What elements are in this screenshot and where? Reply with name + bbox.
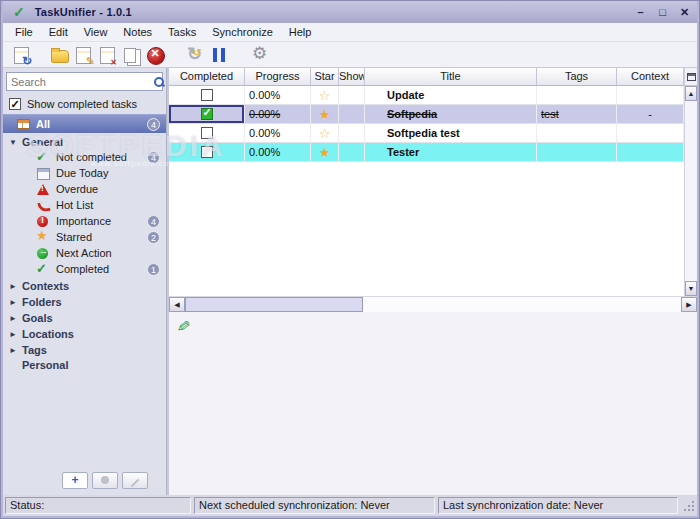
maximize-button[interactable]: □ <box>656 6 669 18</box>
sidebar-item-label: Overdue <box>56 183 160 195</box>
close-button[interactable]: ✕ <box>678 6 691 19</box>
menu-tasks[interactable]: Tasks <box>160 24 204 40</box>
chevron-right-icon: ► <box>9 346 18 355</box>
context-cell <box>617 143 684 161</box>
sidebar-item-next-action[interactable]: Next Action <box>3 245 166 261</box>
sidebar-item-importance[interactable]: Importance4 <box>3 213 166 229</box>
add-task-icon[interactable] <box>11 45 31 65</box>
sidebar-item-due-today[interactable]: Due Today <box>3 165 166 181</box>
column-header-context[interactable]: Context <box>617 68 684 85</box>
task-completed-checkbox[interactable] <box>201 146 213 158</box>
horizontal-scroll-track[interactable] <box>363 297 681 312</box>
edit-button[interactable] <box>122 472 148 489</box>
menu-file[interactable]: File <box>7 24 41 40</box>
star-icon[interactable]: ★ <box>319 146 331 159</box>
column-header-show[interactable]: Show... <box>339 68 365 85</box>
task-row[interactable]: 0.00%☆Softpedia test <box>169 124 684 143</box>
sidebar-item-hot-list[interactable]: Hot List <box>3 197 166 213</box>
sidebar-item-label: Hot List <box>56 199 160 211</box>
synchronize-icon[interactable] <box>185 45 205 65</box>
section-goals[interactable]: ►Goals <box>3 309 166 325</box>
all-count-badge: 4 <box>147 118 160 131</box>
chevron-right-icon: ► <box>9 298 18 307</box>
show-completed-row[interactable]: ✓ Show completed tasks <box>3 93 166 114</box>
scroll-right-button[interactable]: ▶ <box>681 297 697 312</box>
sidebar-item-overdue[interactable]: Overdue <box>3 181 166 197</box>
edit-task-icon[interactable] <box>73 45 93 65</box>
search-input[interactable] <box>11 76 153 88</box>
chevron-right-icon: ► <box>9 330 18 339</box>
sidebar-item-all[interactable]: All 4 <box>3 114 166 133</box>
sidebar-buttons: + <box>3 472 166 495</box>
section-folders[interactable]: ►Folders <box>3 293 166 309</box>
column-header-title[interactable]: Title <box>365 68 537 85</box>
sidebar-item-starred[interactable]: Starred2 <box>3 229 166 245</box>
settings-icon[interactable] <box>251 45 271 65</box>
context-cell <box>617 124 684 142</box>
task-row[interactable]: 0.00%★Softpediatest- <box>169 105 684 124</box>
status-bar: Status: Next scheduled synchronization: … <box>3 495 697 516</box>
remove-button[interactable] <box>92 472 118 489</box>
resize-grip[interactable] <box>683 500 695 512</box>
pause-sync-icon[interactable] <box>209 45 229 65</box>
delete-icon[interactable] <box>145 45 165 65</box>
table-header: CompletedProgressStarShow...TitleTagsCon… <box>169 68 684 86</box>
task-completed-checkbox[interactable] <box>201 89 213 101</box>
task-completed-checkbox[interactable] <box>201 108 213 120</box>
template-task-icon[interactable] <box>49 45 69 65</box>
menu-help[interactable]: Help <box>281 24 320 40</box>
task-row[interactable]: 0.00%★Tester <box>169 143 684 162</box>
minimize-button[interactable]: – <box>634 6 647 18</box>
tags-cell <box>537 86 617 104</box>
tags-cell <box>537 143 617 161</box>
section-locations[interactable]: ►Locations <box>3 325 166 341</box>
task-completed-checkbox[interactable] <box>201 127 213 139</box>
menu-edit[interactable]: Edit <box>41 24 76 40</box>
search-box[interactable] <box>6 72 163 91</box>
table-empty-area <box>169 162 684 296</box>
sidebar-item-not-completed[interactable]: Not completed4 <box>3 149 166 165</box>
remove-task-icon[interactable] <box>97 45 117 65</box>
sidebar-item-personal[interactable]: Personal <box>3 357 166 372</box>
column-selector-button[interactable] <box>685 68 697 86</box>
chevron-right-icon: ► <box>9 314 18 323</box>
star-icon[interactable]: ★ <box>319 108 331 121</box>
star-cell: ☆ <box>311 86 339 104</box>
collapsed-sections: ►Contexts►Folders►Goals►Locations►Tags <box>3 277 166 357</box>
section-label: Locations <box>22 328 74 340</box>
status-label: Status: <box>5 497 191 514</box>
horizontal-scrollbar[interactable]: ◀ ▶ <box>169 296 697 312</box>
show-completed-checkbox[interactable]: ✓ <box>9 98 21 110</box>
task-title: Softpedia test <box>365 127 460 139</box>
scroll-down-button[interactable]: ▼ <box>685 281 697 296</box>
task-tags: test <box>537 108 559 120</box>
sidebar-item-completed[interactable]: Completed1 <box>3 261 166 277</box>
scroll-left-button[interactable]: ◀ <box>169 297 185 312</box>
section-label: Folders <box>22 296 62 308</box>
section-contexts[interactable]: ►Contexts <box>3 277 166 293</box>
add-button[interactable]: + <box>62 472 88 489</box>
scroll-up-button[interactable]: ▲ <box>685 86 697 101</box>
column-header-tags[interactable]: Tags <box>537 68 617 85</box>
vertical-scroll-track[interactable] <box>685 101 697 281</box>
task-row[interactable]: 0.00%☆Update <box>169 86 684 105</box>
vertical-scrollbar[interactable]: ▲ ▼ <box>684 68 697 296</box>
column-header-progress[interactable]: Progress <box>245 68 311 85</box>
star-icon[interactable]: ☆ <box>319 127 331 140</box>
task-title: Update <box>365 89 424 101</box>
column-header-completed[interactable]: Completed <box>169 68 245 85</box>
progress-cell: 0.00% <box>245 143 311 161</box>
task-pane: CompletedProgressStarShow...TitleTagsCon… <box>169 68 697 495</box>
horizontal-scroll-thumb[interactable] <box>185 297 363 312</box>
progress-value: 0.00% <box>245 89 280 101</box>
duplicate-task-icon[interactable] <box>121 45 141 65</box>
star-icon[interactable]: ☆ <box>319 89 331 102</box>
menu-synchronize[interactable]: Synchronize <box>204 24 281 40</box>
menu-view[interactable]: View <box>76 24 116 40</box>
menu-notes[interactable]: Notes <box>115 24 160 40</box>
progress-value: 0.00% <box>245 108 280 120</box>
progress-cell: 0.00% <box>245 105 311 123</box>
column-header-star[interactable]: Star <box>311 68 339 85</box>
section-general[interactable]: ▼ General <box>3 133 166 149</box>
section-tags[interactable]: ►Tags <box>3 341 166 357</box>
